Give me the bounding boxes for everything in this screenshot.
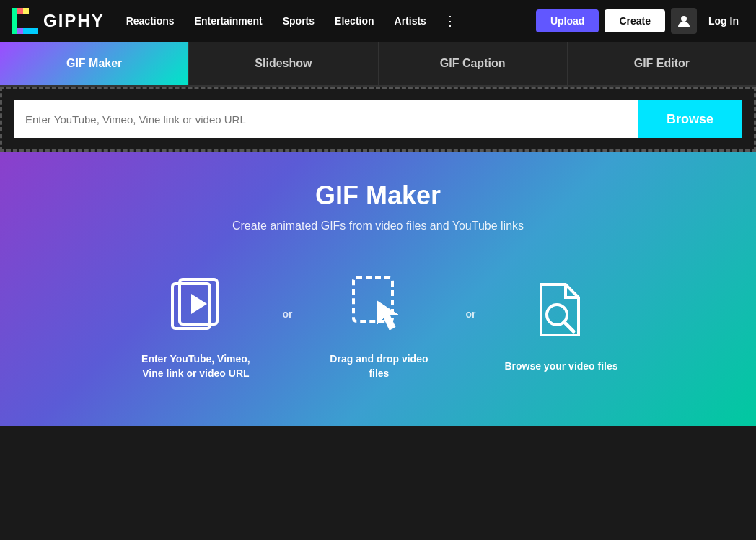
url-input[interactable] <box>14 100 638 138</box>
tab-slideshow[interactable]: Slideshow <box>189 42 378 85</box>
browse-search-icon <box>525 276 597 348</box>
nav-link-reactions[interactable]: Reactions <box>116 0 185 42</box>
nav-link-sports[interactable]: Sports <box>273 0 325 42</box>
drag-drop-icon <box>343 269 415 341</box>
giphy-logo-icon <box>12 8 38 34</box>
nav-links: Reactions Entertainment Sports Election … <box>116 0 536 42</box>
svg-rect-1 <box>17 8 23 14</box>
hero-option-url-label: Enter YouTube, Vimeo, Vine link or video… <box>138 352 253 380</box>
user-icon[interactable] <box>671 8 697 34</box>
hero-title: GIF Maker <box>315 180 441 211</box>
svg-point-6 <box>681 16 687 22</box>
browse-search-svg <box>527 277 595 346</box>
svg-marker-11 <box>377 301 398 330</box>
drag-drop-svg <box>345 271 413 339</box>
nav-link-artists[interactable]: Artists <box>384 0 436 42</box>
hero-option-drag-label: Drag and drop video files <box>321 352 436 380</box>
navbar: GIPHY Reactions Entertainment Sports Ele… <box>0 0 756 42</box>
video-file-svg <box>162 271 230 339</box>
svg-rect-5 <box>29 14 38 28</box>
hero-option-url: Enter YouTube, Vimeo, Vine link or video… <box>138 269 253 380</box>
upload-button[interactable]: Upload <box>536 9 599 32</box>
nav-actions: Upload Create Log In <box>536 8 744 34</box>
nav-more-icon[interactable]: ⋮ <box>436 0 464 42</box>
hero-options: Enter YouTube, Vimeo, Vine link or video… <box>138 269 617 380</box>
login-button[interactable]: Log In <box>703 15 744 27</box>
nav-link-entertainment[interactable]: Entertainment <box>185 0 273 42</box>
nav-link-election[interactable]: Election <box>325 0 384 42</box>
browse-button[interactable]: Browse <box>638 100 742 138</box>
hero-option-browse: Browse your video files <box>504 276 617 374</box>
hero-option-drag: Drag and drop video files <box>321 269 436 380</box>
user-avatar-icon <box>677 14 691 28</box>
input-area: Browse <box>0 87 756 152</box>
hero-option-browse-label: Browse your video files <box>504 360 617 374</box>
create-button[interactable]: Create <box>605 9 665 32</box>
brand-name: GIPHY <box>43 11 105 31</box>
svg-rect-3 <box>23 8 29 14</box>
logo-area[interactable]: GIPHY <box>12 8 105 34</box>
or-text-1: or <box>282 308 292 320</box>
tab-gif-maker[interactable]: GIF Maker <box>0 42 189 85</box>
svg-rect-4 <box>23 28 38 34</box>
video-file-icon <box>159 269 232 341</box>
svg-rect-2 <box>17 28 23 34</box>
tab-gif-caption[interactable]: GIF Caption <box>379 42 568 85</box>
tabs-bar: GIF Maker Slideshow GIF Caption GIF Edit… <box>0 42 756 87</box>
hero-section: GIF Maker Create animated GIFs from vide… <box>0 152 756 426</box>
svg-line-13 <box>564 322 573 331</box>
svg-rect-0 <box>12 8 17 34</box>
or-text-2: or <box>465 308 475 320</box>
tab-gif-editor[interactable]: GIF Editor <box>568 42 756 85</box>
hero-subtitle: Create animated GIFs from video files an… <box>232 219 524 232</box>
svg-marker-9 <box>191 294 207 314</box>
